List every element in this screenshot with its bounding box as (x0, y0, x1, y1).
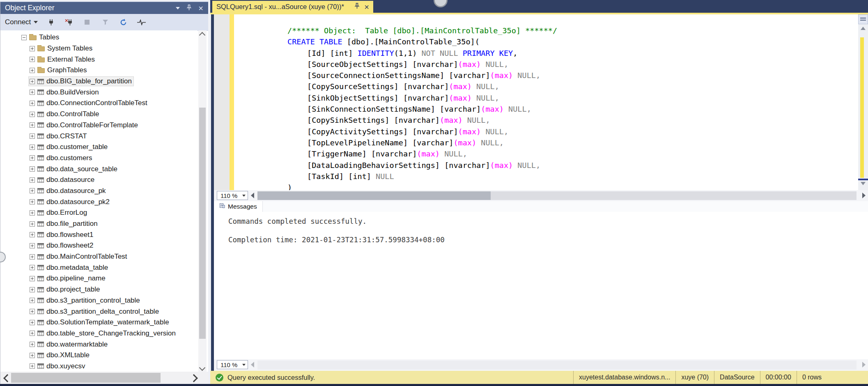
expander-icon[interactable] (30, 342, 35, 347)
tree-item[interactable]: dbo.watermarktable (0, 339, 197, 350)
tree-item[interactable]: dbo.datasource (0, 175, 197, 186)
expander-icon[interactable] (30, 101, 35, 106)
scroll-right-icon[interactable] (190, 374, 198, 382)
tree-item[interactable]: dbo.pipeline_name (0, 273, 197, 284)
code-area[interactable]: /****** Object: Table [dbo].[MainControl… (234, 25, 857, 190)
scrollbar-thumb[interactable] (257, 191, 491, 200)
scroll-down-icon[interactable] (861, 182, 866, 185)
tree-item[interactable]: dbo.flowsheet2 (0, 240, 197, 251)
tree-item[interactable]: dbo.flowsheet1 (0, 229, 197, 240)
expander-icon[interactable] (30, 188, 35, 193)
scroll-left-icon[interactable] (3, 374, 11, 382)
horizontal-scrollbar[interactable] (257, 191, 857, 200)
disconnect-plug-icon[interactable] (64, 17, 74, 27)
tab-messages[interactable]: Messages (214, 201, 263, 212)
sql-editor[interactable]: /****** Object: Table [dbo].[MainControl… (214, 14, 868, 190)
expander-icon[interactable] (30, 155, 35, 161)
expander-icon[interactable] (30, 331, 35, 336)
expander-icon[interactable] (30, 210, 35, 216)
expander-icon[interactable] (30, 353, 35, 358)
expander-icon[interactable] (30, 363, 35, 369)
expander-icon[interactable] (30, 79, 35, 84)
expander-icon[interactable] (30, 112, 35, 117)
expander-icon[interactable] (30, 254, 35, 260)
node-type-icon (37, 210, 44, 216)
expander-icon[interactable] (30, 90, 35, 95)
tree-item[interactable]: dbo.MainControlTableTest (0, 251, 197, 262)
connect-plug-icon[interactable] (46, 17, 56, 27)
tree-item[interactable]: dbo.BIG_table_for_partition (0, 76, 197, 87)
tree-item[interactable]: dbo.datasource_pk2 (0, 196, 197, 207)
scroll-up-icon[interactable] (861, 27, 866, 30)
expander-icon[interactable] (30, 122, 35, 128)
horizontal-scrollbar[interactable] (257, 361, 857, 370)
expander-icon[interactable] (30, 57, 35, 62)
tree-item[interactable]: dbo.s3_partition_control_table (0, 295, 197, 306)
tree-item[interactable]: External Tables (0, 54, 197, 65)
tree-item[interactable]: dbo.ControlTableForTemplate (0, 120, 197, 131)
expander-icon[interactable] (30, 320, 35, 325)
document-tab[interactable]: SQLQuery1.sql - xu...aSource (xuye (70))… (212, 1, 373, 13)
tree-item[interactable]: dbo.metadata_table (0, 262, 197, 273)
tree-item[interactable]: dbo.ErrorLog (0, 207, 197, 218)
expander-icon[interactable] (30, 46, 35, 51)
expander-icon[interactable] (30, 309, 35, 314)
refresh-icon[interactable] (118, 17, 128, 27)
expander-icon[interactable] (30, 145, 35, 150)
activity-monitor-icon[interactable] (136, 17, 146, 27)
scroll-left-icon[interactable] (251, 362, 254, 368)
tree-item[interactable]: dbo.ConnectionControlTableTest (0, 98, 197, 109)
tree-item[interactable]: System Tables (0, 43, 197, 54)
scrollbar-thumb[interactable] (199, 108, 206, 339)
tree-item[interactable]: GraphTables (0, 65, 197, 76)
scroll-up-icon[interactable] (199, 32, 206, 39)
tree-item[interactable]: dbo.s3_partition_delta_control_table (0, 306, 197, 317)
tree-item[interactable]: dbo.ControlTable (0, 109, 197, 120)
connect-button[interactable]: Connect (5, 18, 38, 26)
expander-icon[interactable] (30, 133, 35, 139)
tree-item[interactable]: dbo.customers (0, 153, 197, 164)
scroll-right-icon[interactable] (862, 193, 866, 198)
tree-item[interactable]: dbo.datasource_pk (0, 186, 197, 197)
close-icon[interactable]: × (364, 3, 369, 11)
tree-item[interactable]: dbo.BuildVersion (0, 87, 197, 98)
tree-item[interactable]: dbo.file_partition (0, 218, 197, 230)
expander-icon[interactable] (21, 35, 27, 40)
editor-vertical-scrollbar[interactable] (858, 14, 868, 190)
tree-item[interactable]: Tables (0, 32, 197, 43)
tree-item[interactable]: dbo.table_store_ChangeTracking_version (0, 328, 197, 339)
pin-icon[interactable] (186, 2, 192, 14)
scroll-down-icon[interactable] (199, 365, 206, 371)
object-explorer-titlebar: Object Explorer × (0, 2, 208, 14)
messages-zoom-select[interactable]: 110 % (217, 360, 248, 369)
expander-icon[interactable] (30, 265, 35, 270)
expander-icon[interactable] (30, 243, 35, 248)
expander-icon[interactable] (30, 298, 35, 303)
expander-icon[interactable] (30, 68, 35, 73)
tree-item[interactable]: dbo.xuyecsv (0, 361, 197, 372)
expander-icon[interactable] (30, 221, 35, 227)
expander-icon[interactable] (30, 199, 35, 204)
window-position-chevron-down-icon[interactable] (176, 7, 180, 9)
split-editor-handle[interactable] (858, 14, 868, 24)
pin-icon[interactable] (354, 3, 360, 11)
tree-item[interactable]: dbo.data_source_table (0, 163, 197, 175)
message-line (228, 226, 868, 236)
expander-icon[interactable] (30, 276, 35, 281)
expander-icon[interactable] (30, 166, 35, 172)
tree-item[interactable]: dbo.XMLtable (0, 350, 197, 361)
tree-vertical-scrollbar[interactable] (198, 30, 207, 373)
tree-item[interactable]: dbo.CRSTAT (0, 131, 197, 142)
scrollbar-thumb[interactable] (11, 373, 161, 383)
tree-item[interactable]: dbo.project_table (0, 284, 197, 295)
expander-icon[interactable] (30, 177, 35, 183)
scroll-right-icon[interactable] (862, 362, 866, 368)
tree-horizontal-scrollbar[interactable] (0, 372, 208, 384)
close-icon[interactable]: × (198, 4, 203, 12)
editor-zoom-select[interactable]: 110 % (217, 191, 248, 200)
expander-icon[interactable] (30, 287, 35, 292)
scroll-left-icon[interactable] (251, 193, 254, 198)
expander-icon[interactable] (30, 232, 35, 237)
tree-item[interactable]: dbo.SolutionTemplate_watermark_table (0, 317, 197, 328)
tree-item[interactable]: dbo.customer_table (0, 142, 197, 153)
